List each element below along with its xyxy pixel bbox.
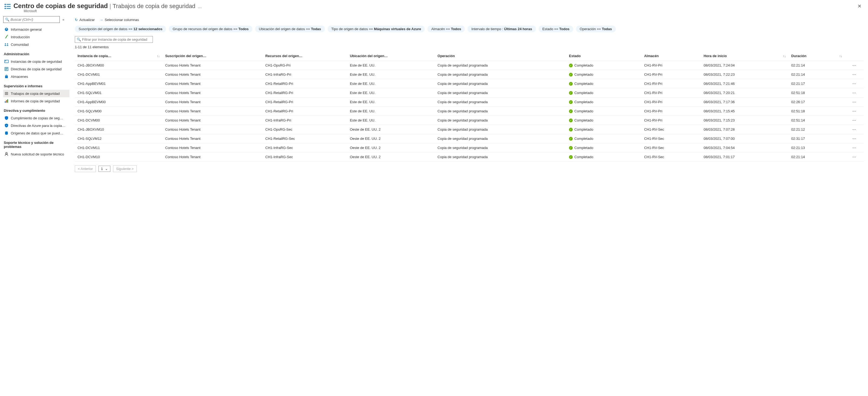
cell-resource: CH1-InfraRG-Pri	[263, 116, 347, 125]
table-row[interactable]: CH1-DCVM00Contoso Hotels TenantCH1-Infra…	[75, 116, 864, 125]
col-resource[interactable]: Recursos del origen…	[263, 52, 347, 61]
table-row[interactable]: CH1-DCVM11Contoso Hotels TenantCH1-Infra…	[75, 143, 864, 152]
sidebar-item-datasources[interactable]: Orígenes de datos que se pued…	[3, 129, 69, 137]
filter-pill-2[interactable]: Ubicación del origen de datos == Todas	[255, 26, 325, 32]
row-more-button[interactable]: ···	[845, 116, 864, 125]
col-operation[interactable]: Operación	[435, 52, 566, 61]
svg-rect-10	[5, 93, 8, 94]
refresh-button[interactable]: ↻ Actualizar	[75, 18, 95, 22]
sidebar-item-overview[interactable]: Información general	[3, 26, 69, 33]
table-row[interactable]: CH1-SQLVM12Contoso Hotels TenantCH1-Reta…	[75, 134, 864, 143]
col-location[interactable]: Ubicación del origen…	[347, 52, 435, 61]
instance-filter[interactable]: 🔍	[75, 36, 153, 43]
sidebar-item-community[interactable]: Comunidad	[3, 41, 69, 48]
filter-pill-0[interactable]: Suscripción del origen de datos == 12 se…	[75, 26, 166, 32]
cell-vault: CH1-RV-Pri	[641, 88, 701, 97]
cell-starttime: 08/03/2021, 7:20:21	[701, 88, 788, 97]
cell-operation: Copia de seguridad programada	[435, 79, 566, 88]
select-columns-label: Seleccionar columnas	[105, 18, 139, 22]
col-subscription[interactable]: Suscripción del origen…	[162, 52, 263, 61]
filter-pill-5[interactable]: Intervalo de tiempo : Últimas 24 horas	[467, 26, 536, 32]
datasources-icon	[4, 131, 9, 135]
pager: < Anterior 1 ⌄ Siguiente >	[75, 165, 864, 172]
cell-operation: Copia de seguridad programada	[435, 143, 566, 152]
filter-pill-1[interactable]: Grupo de recursos del origen de datos ==…	[169, 26, 252, 32]
cell-duration: 02:21:12	[788, 125, 845, 134]
row-more-button[interactable]: ···	[845, 61, 864, 70]
svg-rect-1	[7, 6, 11, 7]
pill-value: Todas	[602, 27, 612, 31]
col-vault[interactable]: Almacén	[641, 52, 701, 61]
col-instance[interactable]: Instancia de copia…↑↓	[75, 52, 162, 61]
sidebar-item-vaults[interactable]: Almacenes	[3, 73, 69, 80]
cell-location: Este de EE. UU.	[347, 88, 435, 97]
sidebar-search-input[interactable]	[10, 18, 58, 22]
table-row[interactable]: CH1-DCVM10Contoso Hotels TenantCH1-Infra…	[75, 152, 864, 162]
sidebar-item-compliance[interactable]: Cumplimiento de copias de seg…	[3, 114, 69, 122]
sidebar-item-label: Trabajos de copia de seguridad	[11, 92, 60, 96]
row-more-button[interactable]: ···	[845, 88, 864, 97]
sidebar-item-instances[interactable]: Instancias de copia de seguridad	[3, 58, 69, 65]
collapse-sidebar-button[interactable]: «	[61, 17, 65, 23]
table-row[interactable]: CH1-JBOXVM00Contoso Hotels TenantCH1-Ops…	[75, 61, 864, 70]
cell-instance: CH1-SQLVM00	[75, 107, 162, 116]
col-duration[interactable]: Duración↑↓	[788, 52, 845, 61]
row-more-button[interactable]: ···	[845, 107, 864, 116]
filter-pill-7[interactable]: Operación == Todas	[576, 26, 616, 32]
table-row[interactable]: CH1-SQLVM01Contoso Hotels TenantCH1-Reta…	[75, 88, 864, 97]
cell-status: ✓Completado	[566, 107, 641, 116]
instance-filter-input[interactable]	[82, 37, 151, 41]
cell-operation: Copia de seguridad programada	[435, 107, 566, 116]
sidebar-item-jobs[interactable]: Trabajos de copia de seguridad	[3, 90, 69, 97]
cell-duration: 02:21:14	[788, 152, 845, 162]
cell-subscription: Contoso Hotels Tenant	[162, 88, 263, 97]
sidebar-item-label: Orígenes de datos que se pued…	[11, 131, 63, 135]
sidebar-item-getstarted[interactable]: Introducción	[3, 33, 69, 41]
row-more-button[interactable]: ···	[845, 143, 864, 152]
sidebar-search[interactable]: 🔍	[3, 16, 60, 23]
filter-pills: Suscripción del origen de datos == 12 se…	[75, 26, 864, 32]
filter-pill-4[interactable]: Almacén == Todos	[427, 26, 465, 32]
select-columns-button[interactable]: → Seleccionar columnas	[100, 18, 139, 22]
row-more-button[interactable]: ···	[845, 97, 864, 107]
col-starttime[interactable]: Hora de inicio↑↓	[701, 52, 788, 61]
table-row[interactable]: CH1-AppBEVM01Contoso Hotels TenantCH1-Re…	[75, 79, 864, 88]
row-more-button[interactable]: ···	[845, 134, 864, 143]
azurepolicy-icon	[4, 123, 9, 128]
sidebar-item-azurepolicy[interactable]: Directivas de Azure para la copia…	[3, 122, 69, 129]
pager-page-select[interactable]: 1 ⌄	[98, 166, 110, 172]
compliance-icon	[4, 116, 9, 120]
svg-rect-13	[6, 100, 7, 103]
cell-starttime: 08/03/2021, 7:01:17	[701, 152, 788, 162]
cell-vault: CH1-RV-Pri	[641, 116, 701, 125]
table-row[interactable]: CH1-DCVM01Contoso Hotels TenantCH1-Infra…	[75, 70, 864, 79]
vaults-icon	[4, 74, 9, 79]
cell-subscription: Contoso Hotels Tenant	[162, 125, 263, 134]
sidebar-item-reports[interactable]: Informes de copia de seguridad	[3, 97, 69, 105]
svg-rect-0	[7, 4, 11, 5]
cell-resource: CH1-InfraRG-Sec	[263, 143, 347, 152]
sidebar-item-support[interactable]: Nueva solicitud de soporte técnico	[3, 150, 69, 158]
table-row[interactable]: CH1-JBOXVM10Contoso Hotels TenantCH1-Ops…	[75, 125, 864, 134]
sidebar-item-policies[interactable]: Directivas de copia de seguridad	[3, 65, 69, 73]
cell-operation: Copia de seguridad programada	[435, 116, 566, 125]
cell-location: Este de EE. UU.	[347, 79, 435, 88]
cell-subscription: Contoso Hotels Tenant	[162, 134, 263, 143]
close-button[interactable]: ✕	[855, 2, 864, 10]
pager-next-button[interactable]: Siguiente >	[113, 165, 136, 172]
row-more-button[interactable]: ···	[845, 125, 864, 134]
cell-resource: CH1-RetailRG-Pri	[263, 97, 347, 107]
row-more-button[interactable]: ···	[845, 79, 864, 88]
cell-resource: CH1-RetailRG-Pri	[263, 79, 347, 88]
table-row[interactable]: CH1-AppBEVM00Contoso Hotels TenantCH1-Re…	[75, 97, 864, 107]
header-more-button[interactable]: …	[197, 4, 202, 9]
table-row[interactable]: CH1-SQLVM00Contoso Hotels TenantCH1-Reta…	[75, 107, 864, 116]
col-status[interactable]: Estado	[566, 52, 641, 61]
row-more-button[interactable]: ···	[845, 152, 864, 162]
section-monitor-title: Supervisión e informes	[3, 80, 69, 90]
sidebar-item-label: Directivas de copia de seguridad	[11, 67, 62, 71]
row-more-button[interactable]: ···	[845, 70, 864, 79]
filter-pill-6[interactable]: Estado == Todos	[538, 26, 573, 32]
filter-pill-3[interactable]: Tipo de origen de datos == Máquinas virt…	[328, 26, 425, 32]
pager-prev-button[interactable]: < Anterior	[75, 165, 96, 172]
